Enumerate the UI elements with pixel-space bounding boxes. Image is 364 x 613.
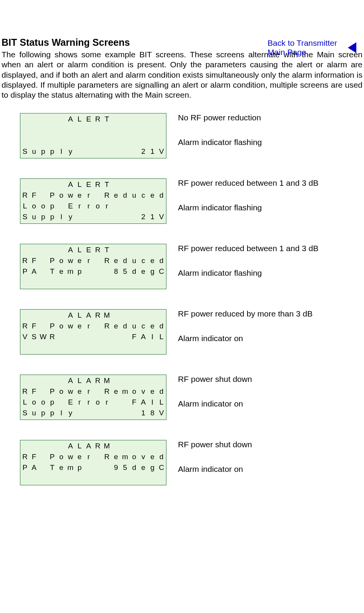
- lcd-cell: o: [57, 256, 66, 265]
- lcd-cell: [84, 277, 93, 287]
- lcd-cell: [20, 473, 30, 483]
- lcd-cell: [57, 201, 66, 211]
- lcd-cell: [75, 408, 84, 418]
- lcd-cell: R: [93, 310, 103, 320]
- lcd-cell: y: [66, 408, 75, 418]
- lcd-cell: T: [48, 463, 57, 472]
- lcd-cell: A: [66, 114, 75, 124]
- lcd-cell: [93, 125, 103, 135]
- lcd-cell: [139, 376, 148, 385]
- lcd-cell: [111, 212, 121, 222]
- lcd-cell: [93, 473, 103, 483]
- lcd-cell: [130, 180, 139, 189]
- lcd-cell: [93, 136, 103, 145]
- lcd-cell: [121, 136, 130, 145]
- lcd-cell: [38, 114, 48, 124]
- lcd-cell: e: [148, 452, 157, 461]
- lcd-cell: [111, 376, 121, 385]
- example-row: ALARM RF Power RemovedLoop Error FAILSup…: [2, 375, 362, 420]
- lcd-cell: [130, 310, 139, 320]
- lcd-cell: p: [48, 201, 57, 211]
- lcd-cell: [157, 310, 166, 320]
- note-power: RF power reduced by more than 3 dB: [178, 309, 312, 318]
- lcd-cell: [30, 245, 39, 255]
- lcd-cell: e: [148, 386, 157, 396]
- lcd-cell: c: [139, 321, 148, 331]
- lcd-cell: [38, 441, 48, 451]
- note-indicator: Alarm indicator flashing: [178, 268, 318, 278]
- example-notes: No RF power reductionAlarm indicator fla…: [178, 113, 262, 147]
- lcd-cell: [75, 125, 84, 135]
- lcd-cell: [139, 310, 148, 320]
- lcd-cell: [148, 376, 157, 385]
- lcd-cell: L: [75, 245, 84, 255]
- lcd-cell: [111, 201, 121, 211]
- lcd-cell: [121, 473, 130, 483]
- lcd-cell: d: [121, 256, 130, 265]
- lcd-cell: [111, 397, 121, 407]
- lcd-cell: 1: [148, 212, 157, 222]
- lcd-cell: P: [48, 190, 57, 200]
- lcd-cell: [20, 343, 30, 352]
- lcd-cell: u: [30, 212, 39, 222]
- lcd-cell: T: [102, 114, 111, 124]
- lcd-cell: [102, 463, 111, 472]
- lcd-cell: e: [148, 190, 157, 200]
- lcd-cell: A: [84, 310, 93, 320]
- lcd-cell: [121, 180, 130, 189]
- lcd-cell: o: [130, 452, 139, 461]
- lcd-cell: [84, 343, 93, 352]
- lcd-cell: L: [20, 201, 30, 211]
- lcd-cell: [102, 332, 111, 341]
- lcd-cell: [130, 245, 139, 255]
- lcd-cell: [75, 212, 84, 222]
- lcd-cell: [57, 180, 66, 189]
- back-link[interactable]: Back to Transmitter Main Page: [268, 38, 356, 57]
- lcd-line: Loop Error FAIL: [20, 397, 166, 407]
- lcd-line: RF Power Reduced: [20, 190, 166, 200]
- lcd-cell: e: [139, 267, 148, 276]
- lcd-cell: u: [30, 147, 39, 156]
- lcd-cell: [102, 343, 111, 352]
- lcd-cell: [38, 125, 48, 135]
- lcd-cell: E: [84, 114, 93, 124]
- lcd-cell: A: [84, 441, 93, 451]
- lcd-cell: m: [121, 452, 130, 461]
- lcd-cell: [38, 473, 48, 483]
- lcd-cell: M: [102, 441, 111, 451]
- example-row: ALERT RF Power ReducedLoop Error Supply …: [2, 178, 362, 224]
- lcd-cell: [111, 147, 121, 156]
- lcd-cell: M: [102, 376, 111, 385]
- lcd-cell: [93, 463, 103, 472]
- lcd-cell: 5: [121, 463, 130, 472]
- lcd-cell: o: [38, 201, 48, 211]
- lcd-cell: e: [57, 463, 66, 472]
- lcd-cell: [75, 473, 84, 483]
- lcd-cell: w: [66, 256, 75, 265]
- lcd-cell: 2: [139, 147, 148, 156]
- back-arrow-icon: [348, 42, 356, 53]
- lcd-cell: P: [48, 321, 57, 331]
- lcd-cell: [148, 245, 157, 255]
- lcd-line: RF Power Removed: [20, 386, 166, 396]
- lcd-cell: L: [20, 397, 30, 407]
- lcd-cell: [38, 321, 48, 331]
- lcd-line: [20, 277, 166, 287]
- lcd-cell: p: [38, 408, 48, 418]
- lcd-cell: [130, 212, 139, 222]
- lcd-cell: [66, 473, 75, 483]
- lcd-cell: [30, 343, 39, 352]
- lcd-cell: A: [30, 463, 39, 472]
- lcd-cell: [139, 343, 148, 352]
- lcd-cell: [157, 376, 166, 385]
- lcd-cell: F: [30, 190, 39, 200]
- lcd-cell: E: [66, 397, 75, 407]
- lcd-cell: R: [102, 256, 111, 265]
- lcd-cell: E: [84, 180, 93, 189]
- lcd-screen: ALARM RF Power ReducedVSWR FAIL: [20, 309, 166, 355]
- lcd-cell: S: [20, 147, 30, 156]
- lcd-cell: [111, 277, 121, 287]
- lcd-line: VSWR FAIL: [20, 332, 166, 341]
- example-notes: RF power shut downAlarm indicator on: [178, 440, 252, 474]
- note-power: RF power shut down: [178, 375, 252, 384]
